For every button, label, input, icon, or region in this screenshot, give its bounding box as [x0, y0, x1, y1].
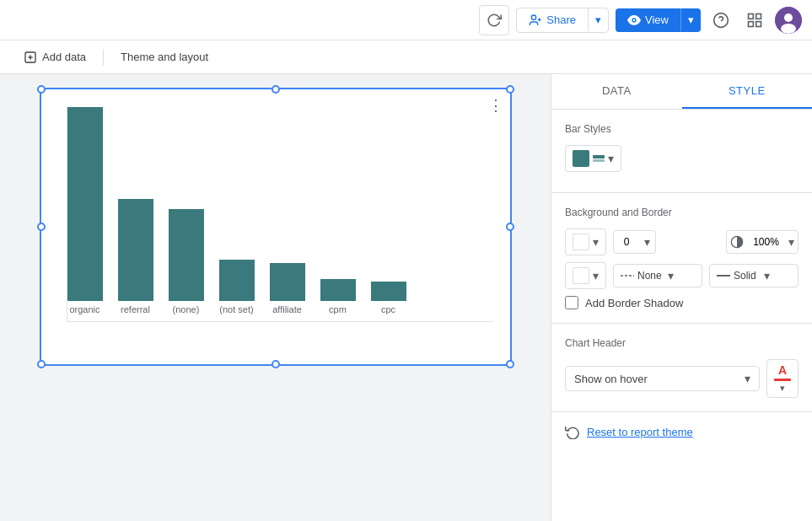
share-dropdown-arrow[interactable]: ▾	[588, 8, 608, 31]
opacity-dropdown[interactable]: ▾	[785, 231, 798, 253]
shadow-checkbox-row: Add Border Shadow	[565, 296, 799, 309]
handle-top-left[interactable]	[37, 85, 46, 94]
chart-header-section: Chart Header Show on hover ▾ A ▾	[551, 324, 812, 412]
reset-row[interactable]: Reset to report theme	[551, 412, 812, 451]
svg-rect-8	[756, 21, 761, 26]
background-border-section: Background and Border ▾ ▾ ▾	[551, 193, 812, 324]
bar-label: affiliate	[272, 304, 302, 314]
bar[interactable]	[371, 282, 406, 301]
bar-color-picker[interactable]: ▾	[565, 145, 621, 172]
shadow-label: Add Border Shadow	[585, 297, 683, 309]
bar[interactable]	[270, 263, 305, 301]
border-size-wrap[interactable]: ▾	[613, 230, 656, 254]
bar[interactable]	[118, 199, 153, 301]
svg-rect-7	[756, 13, 761, 19]
bar-label: (not set)	[219, 304, 253, 314]
chart-inner: organicreferral(none)(not set)affiliatec…	[41, 89, 510, 364]
tab-style[interactable]: STYLE	[682, 74, 813, 109]
svg-point-3	[632, 19, 636, 22]
handle-mid-left[interactable]	[37, 223, 46, 231]
border-none-icon	[621, 271, 634, 280]
bar-group: cpm	[320, 279, 356, 314]
tab-data[interactable]: DATA	[551, 74, 682, 109]
reset-icon	[565, 424, 580, 439]
view-dropdown-arrow[interactable]: ▾	[680, 8, 701, 31]
handle-bot-mid[interactable]	[272, 360, 280, 368]
chart-header-title: Chart Header	[565, 337, 799, 349]
bar-styles-title: Bar Styles	[565, 123, 799, 135]
bar-group: organic	[67, 107, 103, 314]
bg-color-picker[interactable]: ▾	[565, 228, 606, 255]
background-border-title: Background and Border	[565, 207, 799, 218]
reset-link[interactable]: Reset to report theme	[587, 426, 693, 438]
opacity-input[interactable]	[747, 232, 785, 252]
svg-point-12	[781, 24, 796, 34]
show-on-hover-chevron: ▾	[745, 372, 750, 385]
theme-layout-button[interactable]: Theme and layout	[110, 46, 218, 68]
bar-label: cpm	[329, 304, 347, 314]
border-solid-icon	[717, 271, 730, 280]
text-color-button[interactable]: A ▾	[766, 359, 799, 398]
bars-container: organicreferral(none)(not set)affiliatec…	[67, 106, 493, 322]
svg-point-0	[532, 15, 536, 19]
border-color-swatch	[573, 267, 589, 284]
border-color-chevron: ▾	[593, 269, 599, 282]
handle-top-right[interactable]	[506, 85, 514, 94]
view-button[interactable]: View ▾	[616, 8, 701, 32]
bar[interactable]	[320, 279, 356, 301]
bar-group: referral	[118, 199, 153, 314]
grid-view-button[interactable]	[741, 7, 768, 34]
right-panel: DATA STYLE Bar Styles ▾ Ba	[551, 74, 812, 521]
bar-label: (none)	[173, 304, 200, 314]
show-on-hover-label: Show on hover	[574, 373, 648, 385]
share-button[interactable]: Share ▾	[516, 8, 609, 33]
border-size-input[interactable]	[614, 232, 639, 252]
handle-mid-right[interactable]	[506, 223, 514, 231]
svg-rect-16	[593, 155, 605, 158]
bar-style-dropdown-row: ▾	[565, 145, 799, 172]
svg-rect-6	[749, 13, 754, 19]
show-on-hover-dropdown[interactable]: Show on hover ▾	[565, 366, 760, 391]
avatar[interactable]	[775, 7, 802, 34]
bg-color-swatch	[573, 234, 589, 250]
bar[interactable]	[67, 107, 103, 301]
bg-color-row: ▾ ▾ ▾	[565, 228, 799, 255]
bar-group: affiliate	[270, 263, 305, 314]
chart-container[interactable]: ⋮ organicreferral(none)(not set)affiliat…	[40, 88, 512, 366]
bar-label: referral	[121, 304, 150, 314]
solid-label: Solid	[734, 270, 761, 282]
text-color-letter: A	[778, 363, 787, 377]
svg-point-11	[784, 13, 793, 22]
border-dropdown-btn[interactable]: ▾	[639, 231, 655, 253]
border-none-dropdown[interactable]: None ▾	[613, 264, 702, 287]
refresh-button[interactable]	[479, 5, 509, 35]
bar-label: cpc	[381, 304, 395, 314]
handle-bot-left[interactable]	[37, 360, 46, 368]
share-main[interactable]: Share	[517, 8, 588, 32]
add-data-button[interactable]: Add data	[13, 46, 96, 69]
solid-chevron: ▾	[764, 269, 791, 282]
bar[interactable]	[219, 260, 255, 301]
toolbar-separator	[103, 49, 104, 66]
second-toolbar: Add data Theme and layout	[0, 40, 812, 74]
view-main[interactable]: View	[616, 8, 680, 32]
none-chevron: ▾	[668, 269, 695, 282]
handle-top-mid[interactable]	[272, 85, 280, 94]
bar-color-chevron: ▾	[608, 152, 614, 165]
bar-group: cpc	[371, 282, 406, 314]
bar-styles-section: Bar Styles ▾	[551, 110, 812, 193]
bar[interactable]	[169, 209, 204, 301]
theme-layout-label: Theme and layout	[121, 51, 208, 63]
handle-bot-right[interactable]	[506, 360, 514, 368]
bg-color-chevron: ▾	[593, 235, 599, 249]
border-style-row: ▾ None ▾ Solid ▾	[565, 262, 799, 289]
top-toolbar: Share ▾ View ▾	[0, 0, 812, 40]
view-arrow-icon: ▾	[688, 13, 694, 26]
chart-header-row: Show on hover ▾ A ▾	[565, 359, 799, 398]
shadow-checkbox[interactable]	[565, 296, 578, 309]
border-color-picker[interactable]: ▾	[565, 262, 606, 289]
share-arrow-icon: ▾	[595, 13, 601, 26]
help-button[interactable]	[707, 7, 734, 34]
opacity-wrap[interactable]: ▾	[726, 230, 799, 254]
border-solid-dropdown[interactable]: Solid ▾	[709, 264, 799, 287]
